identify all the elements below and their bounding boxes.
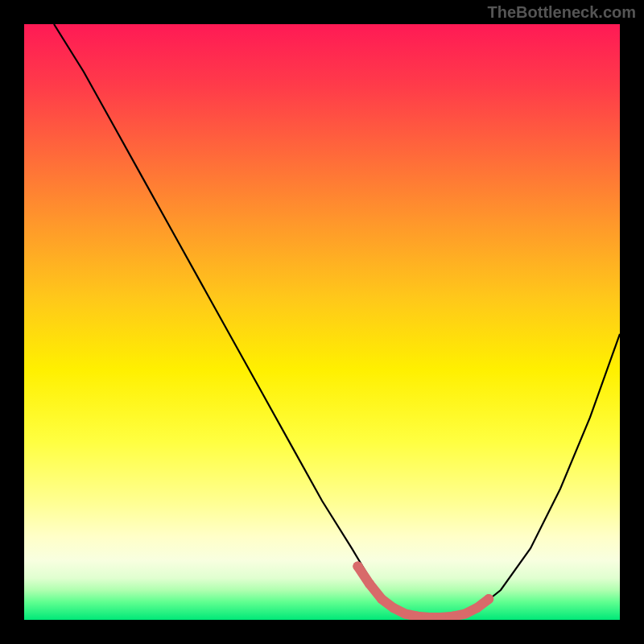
watermark-text: TheBottleneck.com (488, 3, 636, 22)
highlight-dot (389, 603, 398, 613)
highlight-dot (365, 580, 374, 589)
highlight-dot (401, 609, 411, 619)
highlight-dot (460, 609, 470, 619)
highlight-dot (377, 594, 386, 604)
highlight-dot (472, 603, 481, 613)
chart-svg (24, 24, 620, 620)
plot-area (24, 24, 620, 620)
highlight-dot (353, 561, 362, 571)
highlight-stroke (357, 566, 489, 617)
highlight-dots (353, 561, 493, 620)
highlight-dot (484, 594, 493, 604)
bottleneck-curve (54, 24, 620, 619)
